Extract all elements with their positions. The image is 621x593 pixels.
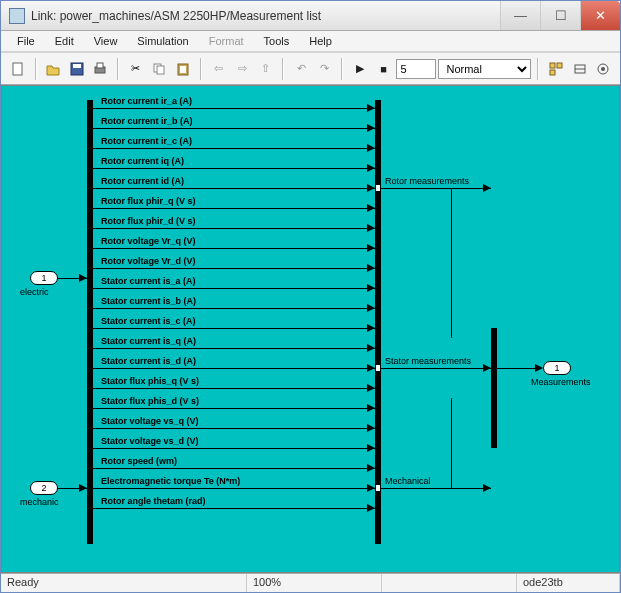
- svg-rect-6: [157, 66, 164, 74]
- menu-view[interactable]: View: [84, 33, 128, 49]
- signal-line: [93, 468, 375, 469]
- selector-tap: [376, 485, 380, 491]
- in-port-mechanic[interactable]: 2: [30, 481, 58, 495]
- arrow-icon: [367, 464, 375, 472]
- back-arrow-icon: ⇦: [214, 62, 223, 75]
- route-v1: [451, 188, 452, 338]
- svg-rect-11: [550, 70, 555, 75]
- signal-label: Rotor current ir_b (A): [101, 116, 193, 126]
- signal-line: [93, 168, 375, 169]
- open-button[interactable]: [43, 58, 65, 80]
- signal-line: [93, 508, 375, 509]
- steps-input[interactable]: [396, 59, 436, 79]
- up-arrow-icon: ⇧: [261, 62, 270, 75]
- new-button[interactable]: [7, 58, 29, 80]
- arrow-icon: [367, 164, 375, 172]
- menubar: File Edit View Simulation Format Tools H…: [1, 31, 620, 53]
- cut-button[interactable]: ✂: [125, 58, 147, 80]
- copy-button[interactable]: [149, 58, 171, 80]
- signal-label: Rotor current id (A): [101, 176, 184, 186]
- lib-browser-button[interactable]: [545, 58, 567, 80]
- signal-line: [93, 328, 375, 329]
- signal-line: [93, 248, 375, 249]
- undo-button[interactable]: ↶: [290, 58, 312, 80]
- save-button[interactable]: [66, 58, 88, 80]
- menu-file[interactable]: File: [7, 33, 45, 49]
- maximize-button[interactable]: ☐: [540, 1, 580, 30]
- play-icon: ▶: [356, 62, 364, 75]
- toolbar: ✂ ⇦ ⇨ ⇧ ↶ ↷ ▶ ■ Normal: [1, 53, 620, 85]
- back-button[interactable]: ⇦: [208, 58, 230, 80]
- svg-point-15: [601, 67, 605, 71]
- diagram-canvas[interactable]: Rotor current ir_a (A)Rotor current ir_b…: [1, 85, 620, 573]
- arrow-icon: [367, 484, 375, 492]
- status-solver: ode23tb: [517, 574, 620, 593]
- signal-label: Stator voltage vs_d (V): [101, 436, 199, 446]
- statusbar: Ready 100% ode23tb: [1, 573, 620, 593]
- stop-icon: ■: [380, 63, 387, 75]
- signal-line: [93, 148, 375, 149]
- selector-bar: [375, 100, 381, 544]
- stop-button[interactable]: ■: [373, 58, 395, 80]
- signal-label: Rotor current ir_c (A): [101, 136, 192, 146]
- signal-label: Electromagnetic torque Te (N*m): [101, 476, 240, 486]
- arrow-icon: [367, 224, 375, 232]
- debug-button[interactable]: [592, 58, 614, 80]
- signal-line: [93, 128, 375, 129]
- signal-line: [93, 308, 375, 309]
- svg-rect-8: [180, 66, 186, 73]
- signal-label: Stator flux phis_d (V s): [101, 396, 199, 406]
- arrow-icon: [483, 484, 491, 492]
- svg-rect-0: [13, 63, 22, 75]
- out-port-label: Measurements: [531, 377, 591, 387]
- signal-label: Rotor angle thetam (rad): [101, 496, 206, 506]
- in-port-electric[interactable]: 1: [30, 271, 58, 285]
- status-blank: [382, 574, 517, 593]
- selector-tap: [376, 185, 380, 191]
- signal-line: [93, 408, 375, 409]
- undo-icon: ↶: [297, 62, 306, 75]
- mode-select[interactable]: Normal: [438, 59, 531, 79]
- out-port-measurements[interactable]: 1: [543, 361, 571, 375]
- up-button[interactable]: ⇧: [255, 58, 277, 80]
- signal-line: [93, 228, 375, 229]
- svg-rect-4: [97, 63, 103, 68]
- arrow-icon: [367, 304, 375, 312]
- forward-arrow-icon: ⇨: [238, 62, 247, 75]
- redo-button[interactable]: ↷: [314, 58, 336, 80]
- menu-tools[interactable]: Tools: [254, 33, 300, 49]
- menu-format[interactable]: Format: [199, 33, 254, 49]
- titlebar: Link: power_machines/ASM 2250HP/Measurem…: [1, 1, 620, 31]
- status-zoom: 100%: [247, 574, 382, 593]
- play-button[interactable]: ▶: [349, 58, 371, 80]
- menu-simulation[interactable]: Simulation: [127, 33, 198, 49]
- arrow-icon: [367, 324, 375, 332]
- signal-line: [93, 108, 375, 109]
- signal-line: [93, 388, 375, 389]
- arrow-icon: [367, 104, 375, 112]
- minimize-button[interactable]: —: [500, 1, 540, 30]
- in-port-label: electric: [20, 287, 49, 297]
- menu-edit[interactable]: Edit: [45, 33, 84, 49]
- signal-line: [93, 288, 375, 289]
- signal-label: Rotor current iq (A): [101, 156, 184, 166]
- window-title: Link: power_machines/ASM 2250HP/Measurem…: [31, 9, 500, 23]
- svg-rect-9: [550, 63, 555, 68]
- signal-line: [93, 268, 375, 269]
- signal-label: Stator current is_d (A): [101, 356, 196, 366]
- route-v2: [451, 398, 452, 488]
- menu-help[interactable]: Help: [299, 33, 342, 49]
- arrow-icon: [367, 244, 375, 252]
- close-button[interactable]: ✕: [580, 1, 620, 30]
- demux-bar: [87, 100, 93, 544]
- signal-label: Rotor speed (wm): [101, 456, 177, 466]
- forward-button[interactable]: ⇨: [231, 58, 253, 80]
- bus-label: Stator measurements: [385, 356, 471, 366]
- signal-line: [93, 348, 375, 349]
- print-button[interactable]: [90, 58, 112, 80]
- model-explorer-button[interactable]: [569, 58, 591, 80]
- arrow-icon: [79, 484, 87, 492]
- paste-button[interactable]: [172, 58, 194, 80]
- arrow-icon: [483, 364, 491, 372]
- arrow-icon: [483, 184, 491, 192]
